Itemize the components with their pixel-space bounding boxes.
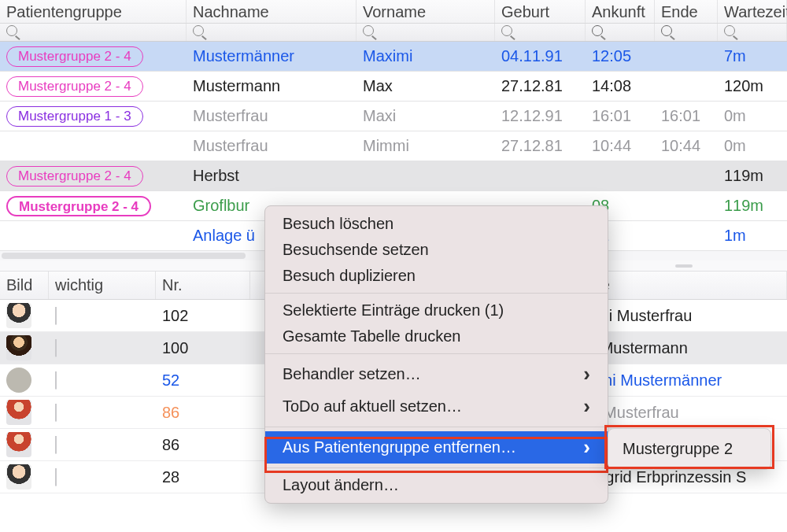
important-checkbox[interactable] <box>55 339 57 357</box>
cell-nachname: Musterfrau <box>187 107 357 125</box>
col-header-wichtig[interactable]: wichtig <box>49 272 156 299</box>
menu-separator <box>265 293 608 294</box>
important-checkbox[interactable] <box>55 371 57 390</box>
cell-nr: 100 <box>156 339 250 357</box>
filter-ankunft[interactable] <box>586 24 655 41</box>
important-checkbox[interactable] <box>55 468 57 486</box>
cell-nachname: Mustermänner <box>187 47 357 65</box>
avatar <box>6 335 31 360</box>
cell-wichtig <box>49 307 156 325</box>
col-header-vorname[interactable]: Vorname <box>357 0 495 23</box>
table-row[interactable]: Mustergruppe 2 - 4MustermännerMaximi04.1… <box>0 42 787 72</box>
col-header-bild[interactable]: Bild <box>0 272 49 299</box>
avatar <box>6 464 31 490</box>
context-menu[interactable]: Besuch löschenBesuchsende setzenBesuch d… <box>264 205 608 504</box>
cell-wartezeit: 0m <box>718 137 787 155</box>
menu-item[interactable]: ToDo auf aktuell setzen… <box>265 390 608 423</box>
menu-item[interactable]: Behandler setzen… <box>265 358 608 390</box>
cell-nachname: Musterfrau <box>187 137 357 155</box>
avatar <box>6 368 31 393</box>
cell-vorname: Mimmi <box>357 137 495 155</box>
top-filter-row <box>0 24 787 42</box>
divider-handle-icon <box>675 264 693 268</box>
cell-nr: 86 <box>156 404 250 422</box>
menu-item-label: Selektierte Einträge drucken (1) <box>283 301 504 320</box>
filter-nachname[interactable] <box>187 24 357 41</box>
menu-item[interactable]: Besuch duplizieren <box>265 263 608 289</box>
cell-wartezeit: 0m <box>718 107 787 125</box>
cell-wichtig <box>49 404 156 422</box>
cell-avatar <box>0 432 49 457</box>
menu-item[interactable]: Selektierte Einträge drucken (1) <box>265 297 608 323</box>
menu-item[interactable]: Layout ändern… <box>265 472 608 498</box>
search-icon <box>193 25 204 36</box>
cell-avatar <box>0 303 49 328</box>
menu-item[interactable]: Besuch löschen <box>265 211 608 237</box>
avatar <box>6 303 31 328</box>
context-submenu[interactable]: Mustergruppe 2 <box>608 428 771 470</box>
filter-geburt[interactable] <box>495 24 586 41</box>
important-checkbox[interactable] <box>55 436 57 454</box>
cell-geburt: 04.11.91 <box>495 47 586 65</box>
cell-group: Mustergruppe 2 - 4 <box>0 76 187 97</box>
col-header-geburt[interactable]: Geburt <box>495 0 586 23</box>
cell-group: Mustergruppe 2 - 4 <box>0 46 187 67</box>
filter-patientengruppe[interactable] <box>0 24 187 41</box>
cell-nachname: Herbst <box>187 167 357 185</box>
menu-item-remove-from-group[interactable]: Aus Patientengruppe entfernen… <box>265 431 608 464</box>
important-checkbox[interactable] <box>55 404 57 422</box>
magnifier-icon <box>661 25 672 36</box>
group-pill: Mustergruppe 2 - 4 <box>6 76 143 97</box>
cell-vorname: Max <box>357 77 495 95</box>
cell-nr: 102 <box>156 307 250 325</box>
scrollbar-thumb[interactable] <box>2 253 246 259</box>
filter-ende[interactable] <box>655 24 718 41</box>
cell-avatar <box>0 335 49 360</box>
group-pill: Mustergruppe 2 - 4 <box>6 196 151 216</box>
cell-geburt: 12.12.91 <box>495 107 586 125</box>
search-icon <box>501 25 512 36</box>
col-header-wartezeit[interactable]: Wartezeit <box>718 0 787 23</box>
filter-wartezeit[interactable] <box>718 24 787 41</box>
cell-wichtig <box>49 436 156 454</box>
table-row[interactable]: Mustergruppe 1 - 3MusterfrauMaxi12.12.91… <box>0 102 787 131</box>
cell-wartezeit: 120m <box>718 77 787 95</box>
table-row[interactable]: Mustergruppe 2 - 4Herbst119m <box>0 161 787 191</box>
cell-nr: 52 <box>156 371 250 390</box>
menu-item-label: Gesamte Tabelle drucken <box>283 327 460 345</box>
col-header-ende[interactable]: Ende <box>655 0 718 23</box>
col-header-patientengruppe[interactable]: Patientengruppe <box>0 0 187 23</box>
cell-avatar <box>0 400 49 425</box>
cell-wichtig <box>49 468 156 486</box>
submenu-item-mustergruppe-2[interactable]: Mustergruppe 2 <box>608 434 770 464</box>
cell-avatar <box>0 368 49 393</box>
menu-item-label: Behandler setzen… <box>283 365 421 383</box>
col-header-ankunft[interactable]: Ankunft <box>586 0 655 23</box>
cell-geburt: 27.12.81 <box>495 77 586 95</box>
cell-wartezeit: 7m <box>718 47 787 65</box>
avatar <box>6 432 31 457</box>
menu-item[interactable]: Besuchsende setzen <box>265 237 608 263</box>
cell-avatar <box>0 464 49 490</box>
menu-item-label: Besuch duplizieren <box>283 267 416 285</box>
cell-ankunft: 14:08 <box>586 77 655 95</box>
menu-item-label: Besuch löschen <box>283 215 394 233</box>
cell-nr: 86 <box>156 436 250 454</box>
cell-ende: 10:44 <box>655 137 718 155</box>
col-header-nr[interactable]: Nr. <box>156 272 250 299</box>
col-header-nachname[interactable]: Nachname <box>187 0 357 23</box>
cell-ankunft: 12:05 <box>586 47 655 65</box>
cell-ende: 16:01 <box>655 107 718 125</box>
avatar <box>6 400 31 425</box>
top-header-row: Patientengruppe Nachname Vorname Geburt … <box>0 0 787 24</box>
important-checkbox[interactable] <box>55 307 57 325</box>
cell-ankunft: 10:44 <box>586 137 655 155</box>
table-row[interactable]: MusterfrauMimmi27.12.8110:4410:440m <box>0 131 787 161</box>
cell-group: Mustergruppe 2 - 4 <box>0 196 187 216</box>
cell-nachname: Mustermann <box>187 77 357 95</box>
cell-group: Mustergruppe 1 - 3 <box>0 106 187 127</box>
menu-item-label: ToDo auf aktuell setzen… <box>283 397 462 416</box>
table-row[interactable]: Mustergruppe 2 - 4MustermannMax27.12.811… <box>0 72 787 102</box>
menu-item[interactable]: Gesamte Tabelle drucken <box>265 323 608 349</box>
filter-vorname[interactable] <box>357 24 495 41</box>
